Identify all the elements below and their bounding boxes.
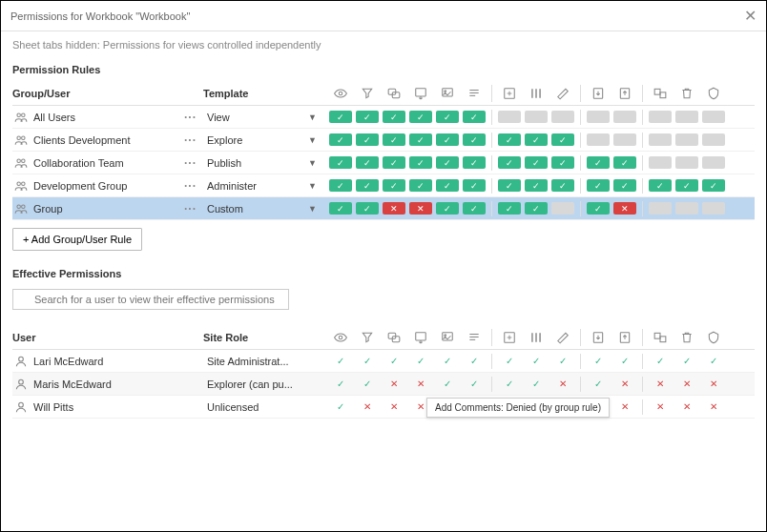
perm-cell[interactable] [587,111,610,123]
template-select[interactable]: Explore [203,134,308,146]
perm-cell[interactable] [675,156,698,169]
perm-cell[interactable] [525,133,548,146]
perm-cell[interactable] [702,156,725,169]
chevron-down-icon[interactable]: ▼ [308,113,327,122]
perm-cell[interactable] [436,133,459,146]
perm-cell[interactable] [551,111,574,123]
perm-cell[interactable] [649,111,672,123]
more-actions-icon[interactable]: ··· [184,111,203,124]
col-user: User [12,332,184,343]
perm-cell[interactable] [613,156,636,169]
perm-cell[interactable] [525,156,548,169]
add-group-user-rule-button[interactable]: + Add Group/User Rule [12,228,142,251]
template-select[interactable]: View [203,112,308,123]
perm-cell[interactable] [525,179,548,192]
perm-cell[interactable] [383,202,405,215]
perm-cell[interactable] [702,179,725,192]
chevron-down-icon[interactable]: ▼ [308,158,327,168]
perm-cell[interactable] [409,133,432,146]
perm-cell[interactable] [613,179,636,192]
template-select[interactable]: Publish [203,157,308,169]
perm-cell[interactable] [463,133,486,146]
perm-cell[interactable] [613,202,636,215]
rule-row[interactable]: All Users···View▼ [12,106,755,129]
perm-cell[interactable] [383,133,405,146]
perm-cell[interactable] [383,179,405,192]
perm-cell[interactable] [649,133,672,146]
effective-perm-cell [409,378,432,391]
perm-cell[interactable] [436,156,459,169]
perm-cell[interactable] [675,111,698,123]
perm-cell[interactable] [525,111,548,123]
perm-cell[interactable] [587,133,610,146]
chevron-down-icon[interactable]: ▼ [308,204,327,214]
perm-cell[interactable] [702,202,725,215]
perm-cell[interactable] [702,133,725,146]
close-icon[interactable]: ✕ [744,7,757,25]
more-actions-icon[interactable]: ··· [184,156,203,170]
perm-cell[interactable] [329,202,352,215]
perm-cell[interactable] [649,202,672,215]
perm-cell[interactable] [702,111,725,123]
svg-point-47 [19,379,24,384]
download-summary-icon [436,87,459,100]
perm-cell[interactable] [498,111,521,123]
effective-perm-cell [613,400,636,414]
perm-cell[interactable] [409,179,432,192]
more-actions-icon[interactable]: ··· [184,179,203,193]
perm-cell[interactable] [383,111,405,123]
perm-cell[interactable] [409,111,432,123]
perm-cell[interactable] [613,111,636,123]
perm-cell[interactable] [587,202,610,215]
effective-search-input[interactable] [12,289,289,310]
perm-cell[interactable] [436,111,459,123]
perm-cell[interactable] [675,133,698,146]
perm-cell[interactable] [329,133,352,146]
perm-cell[interactable] [436,202,459,215]
rule-row[interactable]: Group···Custom▼ [12,197,755,220]
perm-cell[interactable] [551,156,574,169]
perm-cell[interactable] [356,202,379,215]
perm-cell[interactable] [409,156,432,169]
perm-cell[interactable] [436,179,459,192]
perm-cell[interactable] [356,156,379,169]
chevron-down-icon[interactable]: ▼ [308,181,327,191]
perm-cell[interactable] [463,156,486,169]
effective-perm-cell [649,378,672,391]
template-select[interactable]: Administer [203,180,308,192]
perm-cell[interactable] [675,202,698,215]
perm-cell[interactable] [463,202,486,215]
delete-icon [675,87,698,100]
perm-cell[interactable] [498,179,521,192]
perm-cell[interactable] [356,179,379,192]
perm-cell[interactable] [551,133,574,146]
perm-cell[interactable] [329,111,352,123]
perm-cell[interactable] [525,202,548,215]
perm-cell[interactable] [329,156,352,169]
more-actions-icon[interactable]: ··· [184,133,203,147]
chevron-down-icon[interactable]: ▼ [308,135,327,145]
perm-cell[interactable] [463,179,486,192]
perm-cell[interactable] [649,179,672,192]
perm-cell[interactable] [551,202,574,215]
perm-cell[interactable] [587,179,610,192]
perm-cell[interactable] [383,156,405,169]
perm-cell[interactable] [329,179,352,192]
perm-cell[interactable] [409,202,432,215]
perm-cell[interactable] [498,156,521,169]
rule-row[interactable]: Clients Development···Explore▼ [12,129,755,152]
perm-cell[interactable] [356,133,379,146]
perm-cell[interactable] [675,179,698,192]
template-select[interactable]: Custom [203,203,308,215]
perm-cell[interactable] [613,133,636,146]
more-actions-icon[interactable]: ··· [184,202,203,215]
rule-row[interactable]: Collaboration Team···Publish▼ [12,152,755,174]
perm-cell[interactable] [356,111,379,123]
perm-cell[interactable] [587,156,610,169]
perm-cell[interactable] [498,133,521,146]
perm-cell[interactable] [498,202,521,215]
rule-row[interactable]: Development Group···Administer▼ [12,174,755,197]
perm-cell[interactable] [463,111,486,123]
perm-cell[interactable] [551,179,574,192]
perm-cell[interactable] [649,156,672,169]
